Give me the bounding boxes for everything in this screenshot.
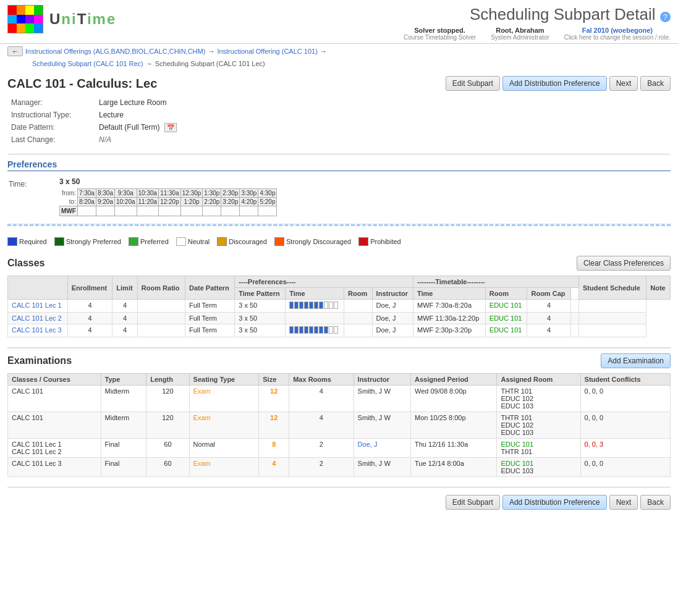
class-time-pref (286, 313, 344, 324)
table-row[interactable]: CALC 101 Lec 3 Final 60 Exam 4 2 Smith, … (8, 458, 671, 477)
time-label: Time: (9, 180, 27, 188)
class-name[interactable]: CALC 101 Lec 1 (8, 300, 68, 313)
add-distribution-preference-button-top[interactable]: Add Distribution Preference (502, 76, 607, 91)
class-name[interactable]: CALC 101 Lec 3 (8, 324, 68, 337)
table-row[interactable]: CALC 101 Midterm 120 Exam 12 4 Smith, J … (8, 386, 671, 412)
col-time: Time (286, 288, 344, 300)
next-button-top[interactable]: Next (609, 76, 638, 91)
exam-size: 4 (259, 458, 289, 477)
exam-assigned-room: EDUC 101THTR 101 (497, 439, 580, 458)
col-time-pattern: Time Pattern (235, 288, 286, 300)
examinations-table: Classes / Courses Type Length Seating Ty… (7, 373, 671, 477)
instructional-type-value: Lecture (96, 109, 669, 120)
page-title: Scheduling Subpart Detail ? (404, 5, 671, 24)
table-row[interactable]: CALC 101 Midterm 120 Exam 12 4 Smith, J … (8, 412, 671, 439)
examinations-section-title: Examinations (7, 355, 72, 366)
exam-classes: CALC 101 Lec 1CALC 101 Lec 2 (8, 439, 101, 458)
col-instructor: Instructor (372, 288, 413, 300)
exam-col-max-rooms: Max Rooms (289, 374, 354, 386)
session-link[interactable]: Fal 2010 (woebegone) (564, 27, 671, 34)
help-icon[interactable]: ? (660, 12, 671, 22)
col-room-ratio: Room Ratio (137, 276, 185, 300)
pref-group-header: ----Preferences---- (235, 276, 413, 288)
class-tt-room[interactable]: EDUC 101 (485, 324, 527, 337)
class-time-pattern: 3 x 50 (235, 313, 286, 324)
last-change-value: N/A (96, 134, 669, 145)
exam-length: 120 (146, 412, 189, 439)
exam-classes: CALC 101 Lec 3 (8, 458, 101, 477)
add-distribution-preference-button-footer[interactable]: Add Distribution Preference (502, 495, 607, 510)
exam-size: 12 (259, 386, 289, 412)
class-note (579, 324, 646, 337)
date-pattern-label: Date Pattern: (9, 122, 95, 133)
col-enrollment: Enrollment (67, 276, 112, 300)
exam-seating-type: Exam (189, 412, 259, 439)
class-limit: 4 (112, 324, 138, 337)
preferences-legend: Required Strongly Preferred Preferred Ne… (7, 232, 671, 251)
class-time-pattern: 3 x 50 (235, 300, 286, 313)
add-examination-button[interactable]: Add Examination (601, 353, 671, 368)
exam-student-conflicts: 0, 0, 0 (580, 412, 670, 439)
class-tt-room[interactable]: EDUC 101 (485, 313, 527, 324)
footer-buttons: Edit Subpart Add Distribution Preference… (7, 487, 671, 512)
exam-assigned-room: THTR 101EDUC 102EDUC 103 (497, 412, 580, 439)
solver-status: Solver stopped. (404, 27, 476, 34)
clear-class-preferences-button[interactable]: Clear Class Preferences (577, 256, 671, 271)
class-time-pref (286, 300, 344, 313)
edit-subpart-button[interactable]: Edit Subpart (446, 76, 500, 91)
table-row[interactable]: CALC 101 Lec 1CALC 101 Lec 2 Final 60 No… (8, 439, 671, 458)
exam-student-conflicts: 0, 0, 0 (580, 386, 670, 412)
breadcrumb-link-1[interactable]: Instructional Offerings (ALG,BAND,BIOL,C… (25, 48, 205, 55)
class-room-cap: 4 (527, 324, 570, 337)
exam-type: Final (101, 439, 146, 458)
breadcrumb-link-3[interactable]: Scheduling Subpart (CALC 101 Rec) (32, 60, 143, 67)
class-room-pref (344, 313, 373, 324)
exam-max-rooms: 4 (289, 412, 354, 439)
exam-max-rooms: 2 (289, 458, 354, 477)
class-enrollment: 4 (67, 313, 112, 324)
exam-instructor[interactable]: Smith, J W (354, 458, 410, 477)
back-button-footer[interactable]: Back (640, 495, 671, 510)
col-room-cap: Room Cap (527, 288, 570, 300)
exam-type: Final (101, 458, 146, 477)
calendar-icon[interactable]: 📅 (164, 123, 177, 132)
exam-type: Midterm (101, 386, 146, 412)
exam-col-size: Size (259, 374, 289, 386)
class-limit: 4 (112, 300, 138, 313)
table-row[interactable]: CALC 101 Lec 2 4 4 Full Term 3 x 50 Doe,… (8, 313, 671, 324)
back-nav-button[interactable]: ← (7, 46, 23, 56)
preferences-section-title: Preferences (7, 159, 671, 171)
exam-student-conflicts: 0, 0, 0 (580, 458, 670, 477)
col-date-pattern: Date Pattern (185, 276, 234, 300)
class-tt-time: MWF 7:30a-8:20a (413, 300, 485, 313)
exam-col-instructor: Instructor (354, 374, 410, 386)
solver-label: Course Timetabling Solver (404, 34, 476, 41)
class-enrollment: 4 (67, 324, 112, 337)
next-button-footer[interactable]: Next (609, 495, 638, 510)
class-name[interactable]: CALC 101 Lec 2 (8, 313, 68, 324)
session-label: Click here to change the session / role. (564, 34, 671, 41)
time-value: 3 x 50 (59, 177, 669, 186)
class-instructor: Doe, J (372, 324, 413, 337)
breadcrumb-link-2[interactable]: Instructional Offering (CALC 101) (217, 48, 317, 55)
table-row[interactable]: CALC 101 Lec 3 4 4 Full Term 3 x 50 Doe,… (8, 324, 671, 337)
last-change-label: Last Change: (9, 134, 95, 145)
col-limit: Limit (112, 276, 138, 300)
class-limit: 4 (112, 313, 138, 324)
edit-subpart-button-footer[interactable]: Edit Subpart (446, 495, 500, 510)
class-note (579, 300, 646, 313)
exam-length: 60 (146, 439, 189, 458)
table-row[interactable]: CALC 101 Lec 1 4 4 Full Term 3 x 50 Doe,… (8, 300, 671, 313)
exam-instructor[interactable]: Doe, J (354, 439, 410, 458)
class-tt-room[interactable]: EDUC 101 (485, 300, 527, 313)
exam-instructor[interactable]: Smith, J W (354, 386, 410, 412)
exam-assigned-room: EDUC 101EDUC 103 (497, 458, 580, 477)
col-tt-time: Time (413, 288, 485, 300)
class-note (579, 313, 646, 324)
exam-seating-type: Exam (189, 386, 259, 412)
exam-instructor[interactable]: Smith, J W (354, 412, 410, 439)
class-room-ratio (137, 300, 185, 313)
class-room-ratio (137, 313, 185, 324)
date-pattern-value: Default (Full Term) 📅 (96, 122, 669, 133)
back-button-top[interactable]: Back (640, 76, 671, 91)
